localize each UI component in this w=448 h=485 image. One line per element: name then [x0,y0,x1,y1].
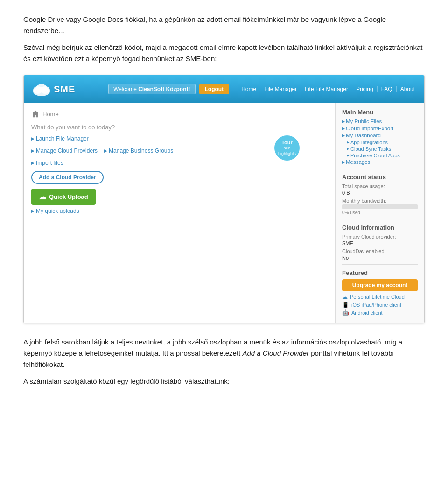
nav-link-about[interactable]: About [397,86,419,92]
primary-cloud-label: Primary Cloud provider: [342,234,418,239]
clouddav-label: CloudDav enabled: [342,248,418,254]
sme-logo-cloud-icon [31,82,52,96]
ios-icon: 📱 [342,302,349,308]
nav-link-faq[interactable]: FAQ [378,86,397,92]
main-menu-title: Main Menu [342,109,418,116]
featured-ios-client[interactable]: 📱 iOS iPad/Phone client [342,302,418,308]
action-launch-file-manager[interactable]: Launch File Manager [31,135,89,142]
tour-bubble: Tour see highlights [274,135,300,161]
sidebar-cloud-import-export[interactable]: Cloud Import/Export [342,126,418,131]
sidebar-my-public-files[interactable]: My Public Files [342,119,418,124]
action-manage-business-groups[interactable]: Manage Business Groups [104,148,173,154]
action-import-files[interactable]: Import files [31,160,63,166]
add-cloud-provider-button[interactable]: Add a Cloud Provider [31,171,104,184]
upgrade-account-button[interactable]: Upgrade my account [342,279,418,291]
sme-body: Home What do you want to do today? Tour … [24,103,424,323]
monthly-bw-pct: 0% used [342,210,418,215]
nav-link-file-manager[interactable]: File Manager [260,86,301,92]
featured-android-client[interactable]: 🤖 Android client [342,309,418,316]
monthly-bw-bar [342,204,418,209]
intro-paragraph-1: Google Drive vagy Google Docs fiókkal, h… [23,14,425,36]
add-cloud-provider-container: Add a Cloud Provider [31,171,328,184]
sme-right-sidebar: Main Menu My Public Files Cloud Import/E… [336,103,424,323]
quick-upload-button[interactable]: ☁ Quick Upload [31,189,96,205]
android-icon: 🤖 [342,309,349,316]
sme-logo-text: SME [54,84,75,95]
total-space-label: Total space usage: [342,183,418,189]
action-manage-cloud-providers[interactable]: Manage Cloud Providers [31,148,98,154]
sme-welcome-box: Welcome CleanSoft Központ! [108,84,195,94]
sme-question: What do you want to do today? [31,124,328,131]
sme-screenshot: SME Welcome CleanSoft Központ! Logout Ho… [23,75,425,323]
breadcrumb: Home [31,110,328,118]
my-quick-uploads-link[interactable]: My quick uploads [31,208,328,214]
cloud-info-title: Cloud Information [342,224,418,231]
account-status-title: Account status [342,174,418,181]
sme-actions: Launch File Manager Manage Cloud Provide… [31,135,224,166]
sidebar-purchase-cloud-apps[interactable]: Purchase Cloud Apps [342,153,418,158]
nav-link-lite-file-manager[interactable]: Lite File Manager [301,86,352,92]
sme-main-panel: Home What do you want to do today? Tour … [24,103,336,323]
person-icon: ☁ [342,294,348,300]
sme-nav-links: Home File Manager Lite File Manager Pric… [238,86,419,92]
intro-paragraph-2: Szóval még beírjuk az ellenőrző kódot, m… [23,42,425,64]
sme-welcome-area: Welcome CleanSoft Központ! Logout [108,84,229,94]
total-space-value: 0 B [342,190,418,196]
featured-personal-lifetime[interactable]: ☁ Personal Lifetime Cloud [342,294,418,300]
sidebar-messages[interactable]: Messages [342,159,418,165]
featured-title: Featured [342,269,418,276]
nav-link-home[interactable]: Home [238,86,260,92]
sidebar-my-dashboard[interactable]: My Dashboard [342,133,418,138]
sidebar-divider-1 [342,169,418,169]
logout-button[interactable]: Logout [199,84,230,94]
nav-link-pricing[interactable]: Pricing [352,86,378,92]
footer-paragraph-1: A jobb felső sarokban látjuk a teljes ne… [23,337,425,370]
sidebar-divider-2 [342,219,418,219]
quick-upload-icon: ☁ [39,192,46,201]
clouddav-value: No [342,255,418,260]
sidebar-app-integrations[interactable]: App Integrations [342,140,418,145]
sme-logo-area: SME [24,75,83,103]
svg-point-3 [36,84,47,92]
monthly-bw-label: Monthly bandwidth: [342,198,418,204]
footer-paragraph-2: A számtalan szolgáltató közül egy legörd… [23,376,425,387]
sme-header: SME Welcome CleanSoft Központ! Logout Ho… [24,75,424,103]
sme-nav: Welcome CleanSoft Központ! Logout Home F… [83,75,424,103]
sidebar-cloud-sync-tasks[interactable]: Cloud Sync Tasks [342,146,418,152]
home-icon [31,110,40,118]
sidebar-divider-3 [342,264,418,265]
primary-cloud-value: SME [342,240,418,246]
